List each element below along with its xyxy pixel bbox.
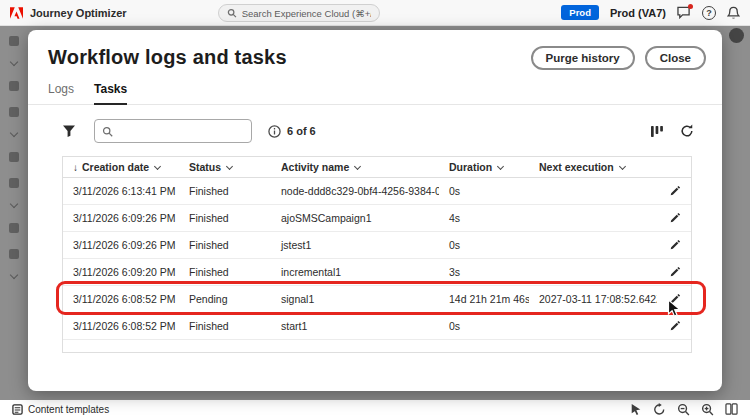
overview-panel-icon[interactable] [725,403,738,415]
cell-duration: 0s [439,320,529,332]
table-row[interactable]: 3/11/2026 6:09:26 PM Finished jstest1 0s [63,232,691,259]
status-bar: Content templates [0,400,750,418]
cell-creation-date: 3/11/2026 6:09:20 PM [63,266,179,278]
help-glyph: ? [702,6,716,20]
table-empty-space [63,340,691,352]
help-icon[interactable]: ? [702,6,716,20]
info-icon[interactable] [268,125,281,138]
column-header-status[interactable]: Status [179,161,271,173]
datasets-icon[interactable] [9,223,19,233]
cell-duration: 3s [439,266,529,278]
search-icon [102,126,113,137]
chevron-down-icon [354,162,361,169]
top-app-bar: Journey Optimizer Search Experience Clou… [0,0,750,26]
home-icon[interactable] [9,36,19,46]
environment-picker[interactable]: Prod (VA7) [610,7,666,19]
cell-creation-date: 3/11/2026 6:08:52 PM [63,320,179,332]
table-row[interactable]: 3/11/2026 6:13:41 PM Finished node-ddd8c… [63,178,691,205]
edit-task-button[interactable] [667,264,683,280]
close-button[interactable]: Close [645,46,706,70]
table-row[interactable]: 3/11/2026 6:09:20 PM Finished incrementa… [63,259,691,286]
table-row[interactable]: 3/11/2026 6:08:52 PM Finished start1 0s [63,313,691,340]
cell-status: Finished [179,212,271,224]
experiments-icon[interactable] [9,152,19,162]
status-bar-label: Content templates [28,404,109,415]
chevron-down-icon[interactable] [10,58,18,66]
notifications-bell-icon[interactable] [727,6,740,20]
column-header-creation-date[interactable]: ↓ Creation date [63,161,179,173]
table-header-row: ↓ Creation date Status Activity name Dur… [63,157,691,178]
cell-creation-date: 3/11/2026 6:08:52 PM [63,293,179,305]
tab-logs[interactable]: Logs [48,82,74,104]
cell-duration: 14d 21h 21m 46s [439,293,529,305]
refresh-icon[interactable] [680,124,694,138]
cell-activity-name: signal1 [271,293,439,305]
cell-status: Finished [179,239,271,251]
global-search-placeholder: Search Experience Cloud (⌘+/) [242,8,371,19]
tab-tasks[interactable]: Tasks [94,82,127,105]
chevron-down-icon[interactable] [10,200,18,208]
notification-dot [688,4,693,9]
fit-to-screen-icon[interactable] [653,403,666,416]
edit-task-button[interactable] [667,237,683,253]
edit-task-button[interactable] [667,318,683,334]
cell-duration: 0s [439,185,529,197]
column-settings-icon[interactable] [650,125,664,138]
cell-status: Finished [179,266,271,278]
feedback-icon[interactable] [677,6,691,19]
table-toolbar: 6 of 6 [62,117,694,145]
search-icon [227,8,237,18]
column-label: Creation date [82,161,149,173]
chevron-down-icon [154,162,161,169]
cell-next-execution: 2027-03-11 17:08:52.642Z [529,293,657,305]
cell-activity-name: start1 [271,320,439,332]
sort-descending-icon: ↓ [73,162,78,173]
cell-activity-name: incremental1 [271,266,439,278]
column-header-duration[interactable]: Duration [439,161,529,173]
column-label: Activity name [281,161,349,173]
table-row[interactable]: 3/11/2026 6:09:26 PM Finished ajoSMSCamp… [63,205,691,232]
edit-task-button[interactable] [667,210,683,226]
chevron-down-icon [226,162,233,169]
chevron-down-icon [619,162,626,169]
cell-status: Finished [179,320,271,332]
cell-activity-name: ajoSMSCampaign1 [271,212,439,224]
chevron-down-icon[interactable] [10,129,18,137]
tasks-table: ↓ Creation date Status Activity name Dur… [62,156,692,353]
column-label: Next execution [539,161,614,173]
zoom-in-icon[interactable] [701,403,714,416]
cell-duration: 0s [439,239,529,251]
cell-status: Pending [179,293,271,305]
avatar[interactable] [729,28,744,43]
chevron-down-icon [497,162,504,169]
cell-creation-date: 3/11/2026 6:09:26 PM [63,239,179,251]
campaigns-icon[interactable] [9,81,19,91]
zoom-out-icon[interactable] [677,403,690,416]
cell-status: Finished [179,185,271,197]
column-header-next-execution[interactable]: Next execution [529,161,657,173]
app-name: Journey Optimizer [30,7,127,19]
journeys-icon[interactable] [9,107,19,117]
table-search-box[interactable] [94,119,252,143]
cell-creation-date: 3/11/2026 6:09:26 PM [63,212,179,224]
logs-tasks-tabs: Logs Tasks [28,82,722,105]
left-nav-rail [5,36,23,278]
audiences-icon[interactable] [9,178,19,188]
global-search-input[interactable]: Search Experience Cloud (⌘+/) [218,4,380,22]
filter-icon[interactable] [62,124,76,138]
column-label: Status [189,161,221,173]
cell-creation-date: 3/11/2026 6:13:41 PM [63,185,179,197]
edit-task-button[interactable] [667,291,683,307]
table-row-highlighted[interactable]: 3/11/2026 6:08:52 PM Pending signal1 14d… [63,286,691,313]
purge-history-button[interactable]: Purge history [531,46,635,70]
workflow-logs-modal: Workflow logs and tasks Purge history Cl… [28,30,722,391]
cell-activity-name: jstest1 [271,239,439,251]
table-search-input[interactable] [118,125,244,137]
column-header-activity-name[interactable]: Activity name [271,161,439,173]
chevron-down-icon[interactable] [10,271,18,279]
pointer-tool-icon[interactable] [630,403,642,416]
profiles-icon[interactable] [9,249,19,259]
adobe-logo-icon [10,7,23,19]
column-label: Duration [449,161,492,173]
edit-task-button[interactable] [667,183,683,199]
